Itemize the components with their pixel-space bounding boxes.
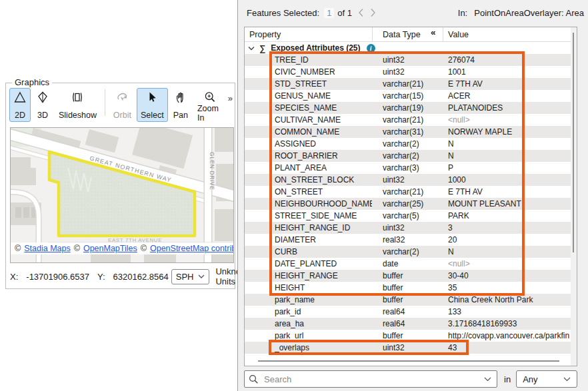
table-row[interactable]: GENUS_NAMEvarchar(15)ACER: [245, 90, 571, 102]
table-row[interactable]: HEIGHTbuffer35: [245, 282, 571, 294]
table-row[interactable]: HEIGHT_RANGEbuffer30-40: [245, 270, 571, 282]
cell-value: <null>: [443, 115, 571, 125]
x-label: X:: [10, 272, 18, 282]
search-scope-dropdown[interactable]: Any: [516, 370, 577, 388]
table-row[interactable]: STREET_SIDE_NAMEvarchar(5)PARK: [245, 210, 571, 222]
info-icon[interactable]: i: [367, 44, 375, 53]
cell-property: park_id: [245, 307, 372, 316]
cell-value: N: [443, 139, 571, 149]
table-row[interactable]: HEIGHT_RANGE_IDuint323: [245, 222, 571, 234]
table-row[interactable]: CULTIVAR_NAMEvarchar(21)<null>: [245, 114, 571, 126]
cell-property: DIAMETER: [245, 235, 372, 244]
stadia-maps-link[interactable]: Stadia Maps: [24, 244, 70, 253]
attribute-table: Property Data Type Value « ∑ Exposed Att…: [244, 27, 577, 366]
search-input[interactable]: [263, 374, 484, 385]
table-row[interactable]: park_idreal64133: [245, 306, 571, 318]
chevron-down-icon[interactable]: [484, 377, 491, 382]
zoom-in-button[interactable]: Zoom In: [193, 88, 227, 122]
table-row[interactable]: _overlapsuint3243: [245, 342, 571, 354]
openstreetmap-link[interactable]: OpenStreetMap contribu: [150, 244, 233, 253]
table-row[interactable]: area_hareal643.17168418169933: [245, 318, 571, 330]
copyright-symbol: ©: [141, 244, 147, 253]
cell-value: 3: [443, 223, 571, 232]
search-scope-value: Any: [523, 374, 537, 384]
cell-value: E 7TH AV: [443, 79, 571, 89]
street-label-glen-drive: GLEN DRIVE: [209, 152, 215, 191]
table-row[interactable]: park_namebufferChina Creek North Park: [245, 294, 571, 306]
select-button[interactable]: Select: [137, 88, 168, 122]
sigma-attributes-icon: ∑: [259, 43, 265, 53]
hand-pan-icon: [174, 91, 187, 104]
table-row[interactable]: ASSIGNEDvarchar(2)N: [245, 138, 571, 150]
table-row[interactable]: CIVIC_NUMBERuint321001: [245, 66, 571, 78]
table-row[interactable]: STD_STREETvarchar(21)E 7TH AV: [245, 78, 571, 90]
graphics-group-box: Graphics 2D 3D Slideshow Orbit: [5, 83, 235, 289]
chevron-down-expander-icon[interactable]: [247, 46, 255, 51]
cell-property: HEIGHT_RANGE: [245, 271, 372, 280]
table-row[interactable]: TREE_IDuint32276074: [245, 54, 571, 66]
exposed-attributes-label: Exposed Attributes (25): [271, 43, 360, 53]
cell-data-type: real32: [372, 235, 443, 244]
view-3d-label: 3D: [37, 111, 48, 120]
y-coordinate-value: 6320162.8564: [113, 272, 169, 282]
map-view[interactable]: GREAT NORTHERN WAY GLEN DRIVE EAST 7TH A…: [10, 127, 234, 263]
table-row[interactable]: DIAMETERreal3220: [245, 234, 571, 246]
table-row[interactable]: SPECIES_NAMEvarchar(19)PLATANOIDES: [245, 102, 571, 114]
cell-value: N: [443, 247, 571, 256]
table-row[interactable]: ON_STREETvarchar(21)E 7TH AV: [245, 186, 571, 198]
cell-property: CURB: [245, 247, 372, 256]
cell-property: STREET_SIDE_NAME: [245, 211, 372, 220]
zoom-in-label: Zoom In: [197, 104, 223, 123]
vertical-scrollbar-thumb[interactable]: [573, 33, 574, 252]
in-port-value: PointOnAreaOverlayer: Area: [474, 8, 584, 18]
crs-value: SPH: [176, 272, 194, 282]
cell-property: COMMON_NAME: [245, 127, 372, 137]
cell-property: park_url: [245, 331, 372, 340]
pan-button[interactable]: Pan: [169, 88, 192, 122]
cell-value: 35: [443, 283, 571, 292]
y-label: Y:: [97, 272, 105, 282]
cell-property: area_ha: [245, 319, 372, 328]
cell-value: 1000: [443, 175, 571, 185]
cell-data-type: uint32: [372, 343, 443, 352]
previous-feature-button[interactable]: [358, 8, 364, 17]
cell-property: HEIGHT_RANGE_ID: [245, 223, 372, 232]
view-3d-button[interactable]: 3D: [32, 88, 53, 122]
table-row[interactable]: DATE_PLANTEDdate<null>: [245, 258, 571, 270]
column-divider[interactable]: [443, 27, 443, 41]
table-row[interactable]: ROOT_BARRIERvarchar(2)N: [245, 150, 571, 162]
table-row[interactable]: PLANT_AREAvarchar(3)P: [245, 162, 571, 174]
view-2d-button[interactable]: 2D: [9, 88, 31, 122]
column-header-value[interactable]: Value: [443, 30, 577, 39]
cell-value: E 7TH AV: [443, 187, 571, 196]
horizontal-scrollbar-thumb[interactable]: [258, 360, 559, 362]
slideshow-button[interactable]: Slideshow: [55, 88, 101, 122]
table-row[interactable]: NEIGHBOURHOOD_NAMEvarchar(25)MOUNT PLEAS…: [245, 198, 571, 210]
column-header-property[interactable]: Property: [245, 30, 372, 39]
cell-property: GENUS_NAME: [245, 91, 372, 101]
search-combo[interactable]: [244, 370, 497, 388]
table-row[interactable]: COMMON_NAMEvarchar(31)NORWAY MAPLE: [245, 126, 571, 138]
cell-data-type: varchar(21): [372, 187, 443, 196]
next-feature-button[interactable]: [370, 8, 376, 17]
table-row[interactable]: park_urlbufferhttp://covapp.vancouver.ca…: [245, 330, 571, 342]
vertical-scrollbar[interactable]: [571, 27, 577, 366]
cell-data-type: varchar(2): [372, 151, 443, 161]
cell-data-type: buffer: [372, 331, 443, 340]
exposed-attributes-group-row[interactable]: ∑ Exposed Attributes (25) i: [245, 42, 577, 54]
features-selected-label: Features Selected:: [247, 8, 319, 18]
openmaptiles-link[interactable]: OpenMapTiles: [83, 244, 137, 253]
cell-property: PLANT_AREA: [245, 163, 372, 173]
collapse-columns-button[interactable]: «: [431, 27, 435, 37]
toolbar-overflow-chevron[interactable]: »: [228, 88, 232, 103]
orbit-button[interactable]: Orbit: [109, 88, 135, 122]
chevron-down-icon: [563, 377, 571, 382]
diamond-3d-icon: [36, 91, 49, 104]
cell-value: PLATANOIDES: [443, 103, 571, 113]
crs-dropdown[interactable]: SPH: [171, 269, 210, 284]
column-divider[interactable]: [372, 27, 373, 41]
table-row[interactable]: ON_STREET_BLOCKuint321000: [245, 174, 571, 186]
table-row[interactable]: CURBvarchar(2)N: [245, 246, 571, 258]
cell-value: 43: [443, 343, 571, 352]
cell-data-type: buffer: [372, 271, 443, 280]
